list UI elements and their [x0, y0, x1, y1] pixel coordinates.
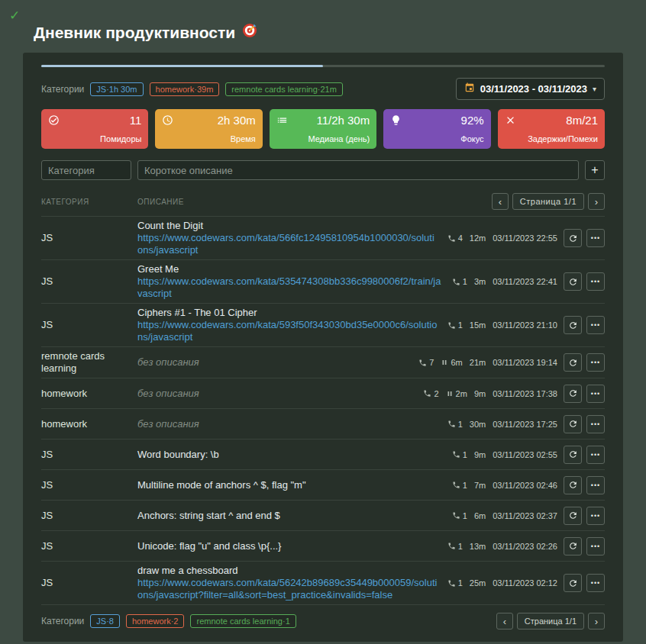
row-menu-button[interactable]: •••: [586, 272, 605, 291]
category-chip-remnote[interactable]: remnote cards learning·21m: [225, 82, 343, 96]
target-icon: [242, 23, 257, 42]
phone-icon: [452, 481, 460, 489]
row-refresh-button[interactable]: [564, 272, 582, 291]
stat-card-delays: 8m/21 Задержки/Помехи: [498, 109, 605, 149]
row-description: Ciphers #1 - The 01 Cipher https://www.c…: [137, 307, 440, 343]
check-icon: ✓: [9, 8, 20, 24]
row-datetime: 03/11/2023 19:14: [493, 358, 557, 367]
row-refresh-button[interactable]: [564, 537, 582, 555]
row-menu-button[interactable]: •••: [586, 415, 605, 433]
date-range-picker[interactable]: 03/11/2023 - 03/11/2023 ▾: [456, 78, 605, 100]
row-link[interactable]: https://www.codewars.com/kata/535474308b…: [137, 275, 444, 300]
pagination-prev-button[interactable]: ‹: [496, 613, 513, 630]
row-link[interactable]: https://www.codewars.com/kata/593f50f343…: [137, 319, 440, 343]
category-chip-js-count[interactable]: JS·8: [90, 614, 120, 628]
stats-cards: 11 Помидоры 2h 30m Время 11/2h 30m Медиа…: [41, 109, 605, 149]
row-menu-button[interactable]: •••: [586, 507, 605, 525]
row-duration: 30m: [470, 420, 486, 429]
add-entry-button[interactable]: +: [585, 160, 605, 180]
row-menu-button[interactable]: •••: [586, 446, 605, 464]
pomodoro-count-value: 1: [458, 542, 463, 551]
refresh-icon: [568, 277, 578, 287]
row-category: homework: [41, 388, 131, 400]
row-menu-button[interactable]: •••: [586, 353, 605, 372]
pause-icon: [441, 359, 448, 366]
row-menu-button[interactable]: •••: [586, 229, 605, 247]
row-refresh-button[interactable]: [564, 507, 582, 525]
row-duration: 15m: [470, 320, 486, 330]
row-menu-button[interactable]: •••: [586, 537, 605, 555]
page-title-text: Дневник продуктивности: [34, 24, 235, 42]
table-row: JS Count the Digit https://www.codewars.…: [41, 217, 605, 260]
category-chip-homework[interactable]: homework·39m: [150, 82, 220, 96]
row-pomodoro-stat: 1: [452, 481, 467, 490]
description-input[interactable]: [137, 160, 579, 180]
row-description: draw me a chessboard https://www.codewar…: [137, 565, 440, 601]
pagination-next-button[interactable]: ›: [588, 193, 605, 210]
phone-icon: [423, 389, 431, 398]
phone-icon: [452, 450, 460, 459]
table-row: JS Anchors: string start ^ and end $ 1 6…: [41, 501, 605, 531]
row-category: JS: [41, 479, 131, 491]
row-duration: 6m: [474, 511, 486, 520]
row-pomodoro-stat: 1: [452, 511, 467, 520]
row-pomodoro-stat: 1: [447, 542, 463, 551]
row-pause-stat: 2m: [446, 389, 467, 398]
row-description: Unicode: flag "u" and class \p{...}: [137, 540, 440, 552]
row-refresh-button[interactable]: [564, 574, 582, 592]
row-link[interactable]: https://www.codewars.com/kata/566fc12495…: [137, 232, 440, 256]
row-description: Anchors: string start ^ and end $: [137, 510, 444, 522]
phone-icon: [452, 278, 460, 286]
refresh-icon: [568, 320, 578, 330]
pomodoro-count-value: 7: [429, 358, 434, 367]
pagination-next-button[interactable]: ›: [588, 613, 605, 630]
row-menu-button[interactable]: •••: [586, 574, 605, 592]
row-description: без описания: [137, 418, 440, 430]
refresh-icon: [568, 480, 578, 490]
stat-card-median: 11/2h 30m Медиана (день): [270, 109, 376, 149]
row-menu-button[interactable]: •••: [586, 316, 605, 334]
row-refresh-button[interactable]: [564, 446, 582, 464]
row-refresh-button[interactable]: [564, 229, 582, 247]
phone-icon: [447, 420, 456, 428]
row-menu-button[interactable]: •••: [586, 385, 605, 403]
row-datetime: 03/11/2023 02:37: [493, 511, 557, 520]
phone-icon: [452, 511, 460, 520]
pause-icon: [446, 390, 454, 398]
row-refresh-button[interactable]: [564, 316, 582, 334]
categories-label: Категории: [41, 84, 84, 95]
row-actions: •••: [564, 316, 605, 334]
row-refresh-button[interactable]: [564, 385, 582, 403]
table-row: remnote cards learning без описания 7: [41, 347, 605, 378]
refresh-icon: [568, 388, 578, 398]
row-pomodoro-stat: 7: [418, 358, 434, 367]
row-refresh-button[interactable]: [564, 415, 582, 433]
row-menu-button[interactable]: •••: [586, 476, 605, 494]
category-chip-js[interactable]: JS·1h 30m: [90, 82, 143, 96]
category-chip-remnote-count[interactable]: remnote cards learning·1: [190, 614, 296, 628]
stat-label: Время: [162, 134, 255, 143]
row-stats: 1 3m 03/11/2023 22:41: [452, 277, 557, 286]
row-actions: •••: [564, 446, 605, 464]
row-actions: •••: [564, 537, 605, 555]
phone-icon: [447, 542, 456, 550]
pomodoro-count-value: 1: [463, 277, 467, 286]
row-category: JS: [41, 577, 131, 589]
progress-track: [41, 65, 605, 67]
new-entry-row: +: [41, 160, 605, 180]
row-datetime: 03/11/2023 17:25: [493, 420, 557, 429]
row-title: Unicode: flag "u" and class \p{...}: [137, 540, 440, 552]
row-link[interactable]: https://www.codewars.com/kata/56242b8968…: [137, 577, 440, 601]
category-input[interactable]: [41, 160, 131, 180]
row-refresh-button[interactable]: [564, 353, 582, 372]
pomodoro-count-value: 1: [458, 578, 463, 588]
row-category: JS: [41, 449, 131, 461]
row-stats: 1 7m 03/11/2023 02:46: [452, 481, 557, 490]
stat-label: Задержки/Помехи: [505, 134, 598, 143]
row-actions: •••: [564, 385, 605, 403]
category-chip-homework-count[interactable]: homework·2: [126, 614, 185, 628]
stat-card-focus: 92% Фокус: [383, 109, 490, 149]
row-refresh-button[interactable]: [564, 476, 582, 494]
pagination-prev-button[interactable]: ‹: [492, 193, 509, 210]
refresh-icon: [568, 578, 578, 588]
